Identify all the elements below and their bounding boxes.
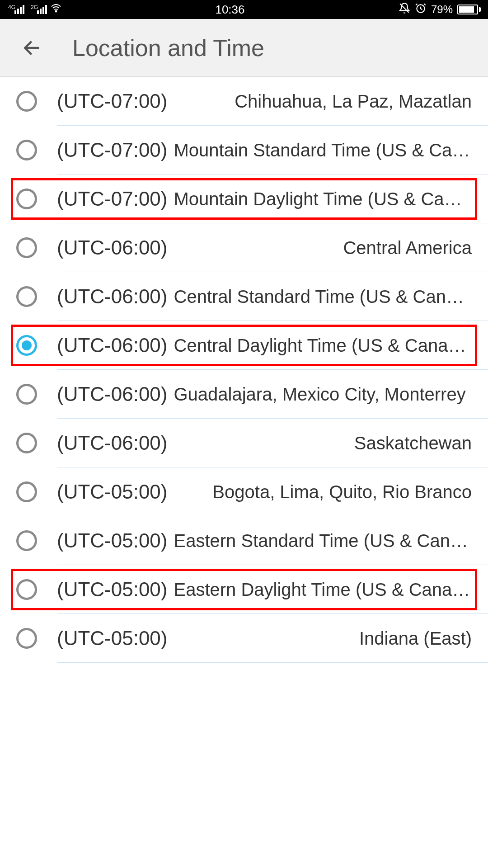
timezone-content: (UTC-06:00)Saskatchewan xyxy=(57,432,472,454)
svg-point-0 xyxy=(56,11,57,12)
timezone-offset: (UTC-05:00) xyxy=(57,578,168,601)
timezone-name: Mountain Daylight Time (US & Canada) xyxy=(174,189,472,209)
battery-percent: 79% xyxy=(431,3,453,16)
timezone-offset: (UTC-07:00) xyxy=(57,90,168,113)
radio-button[interactable] xyxy=(16,286,37,307)
radio-button[interactable] xyxy=(16,91,37,112)
timezone-offset: (UTC-06:00) xyxy=(57,432,168,454)
timezone-content: (UTC-06:00)Central Daylight Time (US & C… xyxy=(57,334,472,357)
timezone-name: Mountain Standard Time (US & Canada) xyxy=(174,140,472,160)
timezone-name: Central Daylight Time (US & Canada) xyxy=(174,335,472,356)
timezone-content: (UTC-06:00)Guadalajara, Mexico City, Mon… xyxy=(57,383,472,406)
timezone-content: (UTC-05:00)Eastern Daylight Time (US & C… xyxy=(57,578,472,601)
timezone-row[interactable]: (UTC-06:00)Saskatchewan xyxy=(0,419,488,467)
timezone-content: (UTC-07:00)Mountain Daylight Time (US & … xyxy=(57,188,472,210)
timezone-offset: (UTC-05:00) xyxy=(57,529,168,552)
timezone-list[interactable]: (UTC-07:00)Chihuahua, La Paz, Mazatlan(U… xyxy=(0,77,488,663)
timezone-row[interactable]: (UTC-07:00)Chihuahua, La Paz, Mazatlan xyxy=(0,77,488,126)
back-button[interactable] xyxy=(18,34,45,61)
timezone-offset: (UTC-06:00) xyxy=(57,334,168,357)
timezone-name: Chihuahua, La Paz, Mazatlan xyxy=(174,91,472,112)
timezone-name: Eastern Daylight Time (US & Canada) xyxy=(174,580,472,600)
radio-button[interactable] xyxy=(16,237,37,258)
status-time: 10:36 xyxy=(215,3,244,17)
signal-2g-icon: 2G xyxy=(30,5,47,14)
signal-4g-icon: 4G xyxy=(7,5,24,14)
timezone-row[interactable]: (UTC-07:00)Mountain Standard Time (US & … xyxy=(0,126,488,175)
radio-button[interactable] xyxy=(16,579,37,600)
timezone-name: Guadalajara, Mexico City, Monterrey xyxy=(174,384,472,405)
timezone-row[interactable]: (UTC-06:00)Guadalajara, Mexico City, Mon… xyxy=(0,370,488,419)
timezone-content: (UTC-05:00)Indiana (East) xyxy=(57,627,472,650)
timezone-offset: (UTC-06:00) xyxy=(57,383,168,406)
timezone-row[interactable]: (UTC-06:00)Central America xyxy=(0,223,488,272)
timezone-row[interactable]: (UTC-06:00)Central Daylight Time (US & C… xyxy=(0,321,488,370)
status-right: 79% xyxy=(399,2,481,17)
status-left: 4G 2G xyxy=(7,3,61,16)
timezone-content: (UTC-06:00)Central America xyxy=(57,236,472,259)
timezone-name: Bogota, Lima, Quito, Rio Branco xyxy=(174,482,472,502)
wifi-icon xyxy=(51,3,61,16)
timezone-name: Eastern Standard Time (US & Canada) xyxy=(174,531,472,551)
arrow-left-icon xyxy=(22,38,42,58)
radio-button[interactable] xyxy=(16,433,37,453)
timezone-row[interactable]: (UTC-05:00)Indiana (East) xyxy=(0,614,488,663)
alarm-icon xyxy=(415,2,427,17)
timezone-row[interactable]: (UTC-06:00)Central Standard Time (US & C… xyxy=(0,272,488,321)
radio-button[interactable] xyxy=(16,189,37,209)
timezone-name: Indiana (East) xyxy=(174,628,472,649)
radio-button[interactable] xyxy=(16,628,37,649)
timezone-content: (UTC-05:00)Eastern Standard Time (US & C… xyxy=(57,529,472,552)
timezone-offset: (UTC-07:00) xyxy=(57,139,168,161)
timezone-offset: (UTC-06:00) xyxy=(57,236,168,259)
header: Location and Time xyxy=(0,19,488,77)
radio-button[interactable] xyxy=(16,335,37,356)
radio-button[interactable] xyxy=(16,140,37,160)
timezone-name: Saskatchewan xyxy=(174,433,472,453)
timezone-row[interactable]: (UTC-05:00)Eastern Standard Time (US & C… xyxy=(0,516,488,565)
radio-button[interactable] xyxy=(16,384,37,405)
timezone-name: Central America xyxy=(174,238,472,258)
timezone-row[interactable]: (UTC-05:00)Eastern Daylight Time (US & C… xyxy=(0,565,488,614)
timezone-offset: (UTC-07:00) xyxy=(57,188,168,210)
page-title: Location and Time xyxy=(72,34,264,61)
timezone-offset: (UTC-06:00) xyxy=(57,285,168,308)
battery-icon xyxy=(457,5,481,14)
divider xyxy=(57,662,488,663)
timezone-content: (UTC-05:00)Bogota, Lima, Quito, Rio Bran… xyxy=(57,481,472,503)
timezone-content: (UTC-06:00)Central Standard Time (US & C… xyxy=(57,285,472,308)
timezone-offset: (UTC-05:00) xyxy=(57,481,168,503)
timezone-content: (UTC-07:00)Chihuahua, La Paz, Mazatlan xyxy=(57,90,472,113)
bell-muted-icon xyxy=(399,2,410,17)
timezone-content: (UTC-07:00)Mountain Standard Time (US & … xyxy=(57,139,472,161)
radio-button[interactable] xyxy=(16,481,37,502)
timezone-row[interactable]: (UTC-05:00)Bogota, Lima, Quito, Rio Bran… xyxy=(0,467,488,516)
status-bar: 4G 2G 10:36 79% xyxy=(0,0,488,19)
radio-button[interactable] xyxy=(16,530,37,551)
timezone-offset: (UTC-05:00) xyxy=(57,627,168,650)
timezone-name: Central Standard Time (US & Canada) xyxy=(174,287,472,307)
timezone-row[interactable]: (UTC-07:00)Mountain Daylight Time (US & … xyxy=(0,175,488,223)
